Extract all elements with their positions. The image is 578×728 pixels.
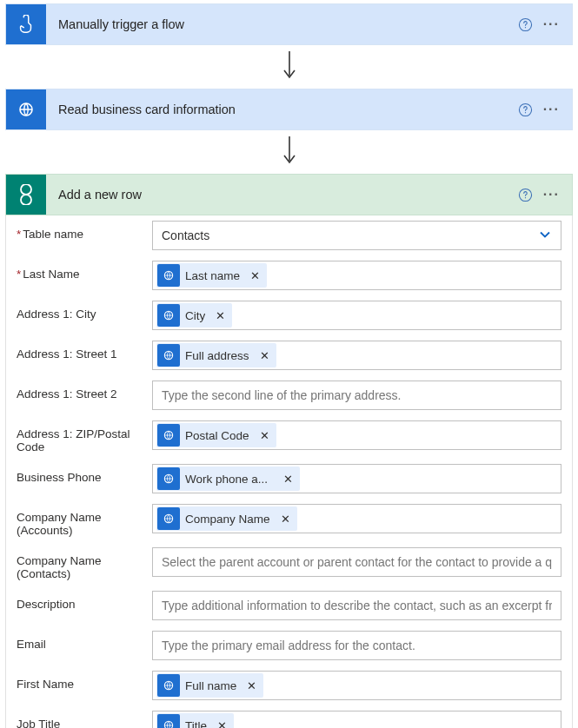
row-description: Description [6,586,572,625]
step-header[interactable]: Read business card information ··· [6,89,572,129]
chevron-down-icon [538,228,552,244]
label-city: Address 1: City [17,301,152,321]
label-job-title: Job Title [17,711,152,728]
label-company-accounts: Company Name (Accounts) [17,504,152,537]
label-street1: Address 1: Street 1 [17,341,152,361]
step-title: Manually trigger a flow [46,17,518,31]
remove-token[interactable]: ✕ [242,679,262,692]
step-manually-trigger: Manually trigger a flow ··· [5,3,573,45]
dynamic-content-icon [157,714,180,728]
form-body: Table name Contacts Last Name Last name … [5,215,573,728]
label-first-name: First Name [17,671,152,691]
dynamic-content-icon [157,264,180,287]
label-street2: Address 1: Street 2 [17,381,152,400]
dynamic-content-icon [157,424,180,447]
row-zip: Address 1: ZIP/Postal Code Postal Code ✕ [6,415,572,459]
connector-arrow [5,130,573,174]
more-menu[interactable]: ··· [543,187,560,202]
row-company-accounts: Company Name (Accounts) Company Name ✕ [6,499,572,542]
step-title: Add a new row [46,188,518,202]
dataverse-icon [6,175,46,215]
step-read-business-card: Read business card information ··· [5,89,573,130]
row-first-name: First Name Full name ✕ [6,665,572,705]
more-menu[interactable]: ··· [543,17,560,32]
label-description: Description [17,591,152,611]
row-job-title: Job Title Title ✕ [6,705,572,728]
svg-point-8 [525,197,526,198]
label-table-name: Table name [17,221,152,241]
dynamic-content-icon [157,304,180,327]
input-company-contacts[interactable] [152,547,561,577]
input-first-name[interactable]: Full name ✕ [152,671,561,700]
input-street2[interactable] [152,381,561,410]
row-street2: Address 1: Street 2 [6,375,572,415]
remove-token[interactable]: ✕ [255,349,275,362]
row-street1: Address 1: Street 1 Full address ✕ [6,335,572,375]
label-email: Email [17,631,152,651]
dynamic-content-icon [157,674,180,697]
trigger-icon [6,4,46,44]
svg-point-5 [525,112,526,113]
more-menu[interactable]: ··· [543,102,560,117]
table-name-dropdown[interactable]: Contacts [152,221,561,250]
connector-arrow [5,45,573,89]
token-city[interactable]: City ✕ [156,303,232,328]
remove-token[interactable]: ✕ [212,719,232,729]
help-icon[interactable] [518,188,533,202]
remove-token[interactable]: ✕ [278,473,298,486]
input-last-name[interactable]: Last name ✕ [152,261,561,290]
input-business-phone[interactable]: Work phone a... ✕ [152,464,561,493]
remove-token[interactable]: ✕ [210,309,230,322]
step-add-new-row: Add a new row ··· [5,174,573,215]
dynamic-content-icon [157,507,180,530]
row-company-contacts: Company Name (Contacts) [6,542,572,586]
svg-point-16 [164,721,172,728]
token-last-name[interactable]: Last name ✕ [156,263,267,288]
row-email: Email [6,625,572,665]
label-last-name: Last Name [17,261,152,281]
input-description[interactable] [152,591,561,620]
token-full-name[interactable]: Full name ✕ [156,673,263,698]
dynamic-content-icon [157,467,180,490]
input-city[interactable]: City ✕ [152,301,561,330]
row-business-phone: Business Phone Work phone a... ✕ [6,459,572,499]
step-title: Read business card information [46,103,518,116]
remove-token[interactable]: ✕ [276,513,296,526]
help-icon[interactable] [518,103,533,117]
row-last-name: Last Name Last name ✕ [6,255,572,295]
input-street1[interactable]: Full address ✕ [152,341,561,370]
step-header[interactable]: Add a new row ··· [6,175,572,215]
input-zip[interactable]: Postal Code ✕ [152,420,561,450]
label-business-phone: Business Phone [17,464,152,484]
label-zip: Address 1: ZIP/Postal Code [17,420,152,453]
dropdown-value: Contacts [162,228,209,242]
svg-point-1 [525,27,526,28]
input-email[interactable] [152,631,561,660]
dynamic-content-icon [157,344,180,367]
input-company-accounts[interactable]: Company Name ✕ [152,504,561,533]
help-icon[interactable] [518,17,533,32]
token-postal-code[interactable]: Postal Code ✕ [156,423,276,447]
input-job-title[interactable]: Title ✕ [152,711,561,728]
remove-token[interactable]: ✕ [245,269,265,282]
step-header[interactable]: Manually trigger a flow ··· [6,4,572,44]
label-company-contacts: Company Name (Contacts) [17,547,152,580]
row-city: Address 1: City City ✕ [6,295,572,335]
remove-token[interactable]: ✕ [255,429,275,442]
ai-icon [6,89,46,129]
token-company-name[interactable]: Company Name ✕ [156,506,297,531]
token-title[interactable]: Title ✕ [156,713,234,728]
token-full-address[interactable]: Full address ✕ [156,343,276,367]
row-table-name: Table name Contacts [6,215,572,255]
token-work-phone[interactable]: Work phone a... ✕ [156,467,300,491]
